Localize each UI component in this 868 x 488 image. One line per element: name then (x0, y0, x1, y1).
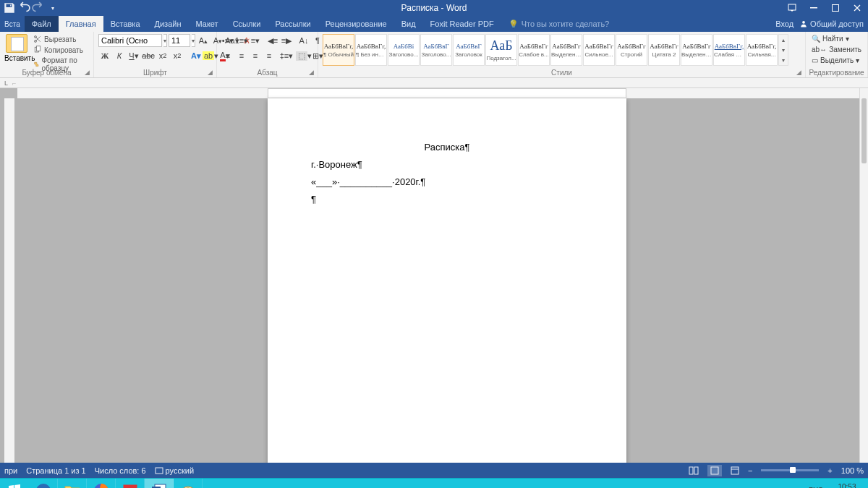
decrease-indent-button[interactable]: ◀≡ (266, 34, 279, 47)
ribbon-options-icon[interactable] (781, 0, 803, 16)
find-button[interactable]: 🔍Найти ▾ (810, 34, 863, 43)
save-icon[interactable] (3, 1, 16, 14)
task-calendar[interactable] (116, 479, 145, 488)
tab-file[interactable]: Файл (25, 16, 59, 32)
task-explorer[interactable] (58, 479, 87, 488)
page-content[interactable]: Расписка¶ г.·Воронеж¶ «___»·__________·2… (268, 98, 626, 208)
style-item-7[interactable]: АаБбВвГгВыделение (550, 34, 582, 66)
start-button[interactable] (0, 479, 29, 488)
clipboard-dialog-icon[interactable]: ◢ (85, 69, 92, 76)
sign-in[interactable]: Вход (775, 20, 793, 28)
style-item-4[interactable]: АаБбВвГЗаголовок (453, 34, 485, 66)
styles-dialog-icon[interactable]: ◢ (796, 69, 804, 76)
tray-clock[interactable]: 10:53 24.01.2020 (829, 483, 865, 489)
close-icon[interactable] (846, 0, 868, 16)
doc-title[interactable]: Расписка¶ (311, 139, 583, 156)
style-item-3[interactable]: АаБбВвГЗаголово... (420, 34, 452, 66)
scrollbar-thumb[interactable] (861, 98, 867, 163)
underline-button[interactable]: Ч▾ (127, 49, 140, 62)
style-item-1[interactable]: АаБбВвГг,¶ Без инте... (355, 34, 387, 66)
font-dialog-icon[interactable]: ◢ (208, 69, 215, 76)
task-paint[interactable] (174, 479, 203, 488)
vertical-scrollbar[interactable] (859, 88, 868, 463)
grow-font-button[interactable]: A▴ (197, 34, 210, 47)
share-button[interactable]: Общий доступ (799, 20, 864, 28)
view-read-button[interactable] (689, 466, 699, 475)
justify-button[interactable]: ≡ (263, 49, 276, 62)
shading-button[interactable]: ⬚▾ (297, 49, 310, 62)
paragraph-dialog-icon[interactable]: ◢ (309, 69, 316, 76)
vertical-ruler[interactable] (4, 98, 14, 463)
zoom-out-button[interactable]: − (748, 466, 752, 475)
strike-button[interactable]: abc (142, 49, 155, 62)
status-language[interactable]: русский (155, 466, 194, 475)
style-item-8[interactable]: АаБбВвГгСильное... (583, 34, 615, 66)
multilevel-button[interactable]: ≡▾ (249, 34, 262, 47)
zoom-in-button[interactable]: + (827, 466, 832, 475)
align-left-button[interactable]: ≡ (221, 49, 234, 62)
style-item-12[interactable]: АаБбВвГг,Слабая сс... (713, 34, 745, 66)
style-item-6[interactable]: АаБбВвГгСлабое в... (518, 34, 550, 66)
style-item-11[interactable]: АаБбВвГгВыделенн... (681, 34, 712, 66)
view-web-button[interactable] (731, 466, 739, 475)
style-item-9[interactable]: АаБбВвГгСтрогий (616, 34, 647, 66)
zoom-level[interactable]: 100 % (841, 466, 864, 475)
text-effects-button[interactable]: A▾ (190, 49, 203, 62)
font-size-dropdown-icon[interactable]: ▾ (192, 34, 195, 47)
status-words[interactable]: Число слов: 6 (95, 466, 146, 475)
status-prefix[interactable]: при (4, 466, 17, 475)
cut-button[interactable]: Вырезать (32, 34, 89, 44)
doc-line-city[interactable]: г.·Воронеж¶ (311, 156, 583, 174)
bullets-button[interactable]: •≡▾ (221, 34, 234, 47)
styles-row-up-icon[interactable]: ▴ (779, 35, 788, 45)
tab-foxit[interactable]: Foxit Reader PDF (423, 16, 501, 32)
maximize-icon[interactable] (825, 0, 846, 16)
highlight-button[interactable]: ab▾ (204, 49, 217, 62)
tab-view[interactable]: Вид (394, 16, 423, 32)
select-button[interactable]: ▭Выделить ▾ (810, 56, 863, 65)
superscript-button[interactable]: x2 (171, 49, 184, 62)
increase-indent-button[interactable]: ≡▶ (280, 34, 293, 47)
style-item-0[interactable]: АаБбВвГг,¶ Обычный (323, 34, 354, 66)
align-center-button[interactable]: ≡ (235, 49, 248, 62)
paste-button[interactable]: Вставить (4, 34, 29, 73)
zoom-slider[interactable] (761, 469, 819, 471)
sort-button[interactable]: A↓ (297, 34, 310, 47)
view-print-button[interactable] (707, 465, 722, 476)
style-item-13[interactable]: АаБбВвГг,Сильная... (746, 34, 778, 66)
tab-insert[interactable]: Вставка (103, 16, 148, 32)
styles-more-icon[interactable]: ▾ (779, 55, 788, 65)
numbering-button[interactable]: 1≡▾ (235, 34, 248, 47)
tab-design[interactable]: Дизайн (148, 16, 189, 32)
replace-button[interactable]: ab↔Заменить (810, 45, 863, 54)
subscript-button[interactable]: x2 (156, 49, 169, 62)
redo-icon[interactable] (32, 1, 45, 14)
doc-line-empty[interactable]: ¶ (311, 191, 583, 208)
status-page[interactable]: Страница 1 из 1 (26, 466, 85, 475)
line-spacing-button[interactable]: ‡≡▾ (280, 49, 293, 62)
undo-icon[interactable] (17, 1, 30, 14)
tab-references[interactable]: Ссылки (226, 16, 268, 32)
italic-button[interactable]: К (113, 49, 126, 62)
qat-dropdown-icon[interactable]: ▾ (46, 1, 59, 14)
task-thunderbird[interactable] (29, 479, 58, 488)
style-item-2[interactable]: АаБбВіЗаголово... (388, 34, 420, 66)
font-name-input[interactable] (98, 34, 162, 47)
doc-line-date[interactable]: «___»·__________·2020г.¶ (311, 174, 583, 191)
tab-mailings[interactable]: Рассылки (268, 16, 318, 32)
document-page[interactable]: Расписка¶ г.·Воронеж¶ «___»·__________·2… (268, 98, 626, 463)
tab-home[interactable]: Главная (59, 16, 103, 32)
tell-me-search[interactable]: 💡Что вы хотите сделать? (501, 16, 617, 32)
copy-button[interactable]: Копировать (32, 45, 89, 55)
tab-layout[interactable]: Макет (189, 16, 226, 32)
task-firefox[interactable] (87, 479, 116, 488)
styles-row-down-icon[interactable]: ▾ (779, 45, 788, 55)
minimize-icon[interactable] (803, 0, 825, 16)
tab-review[interactable]: Рецензирование (318, 16, 394, 32)
font-name-dropdown-icon[interactable]: ▾ (163, 34, 167, 47)
tab-stop-icon[interactable]: L (4, 80, 8, 87)
align-right-button[interactable]: ≡ (249, 49, 262, 62)
font-size-input[interactable] (169, 34, 190, 47)
bold-button[interactable]: Ж (98, 49, 111, 62)
horizontal-ruler[interactable] (268, 88, 626, 98)
